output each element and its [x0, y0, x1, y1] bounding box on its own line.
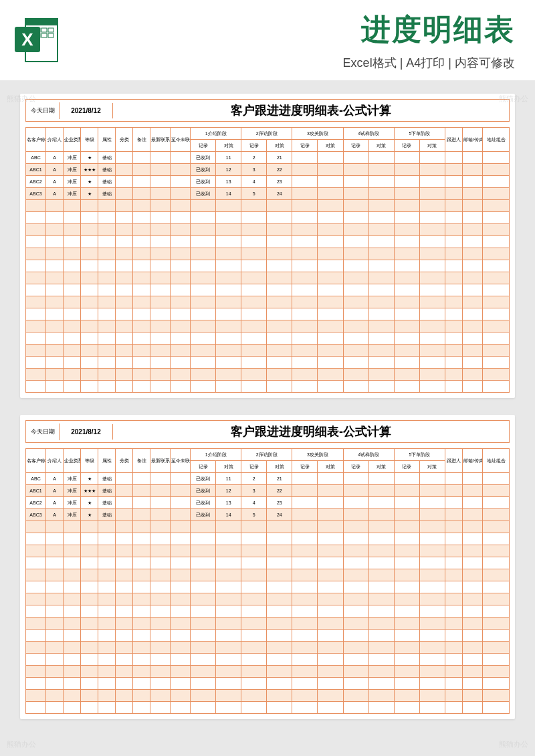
col-record: 记录	[191, 461, 216, 473]
table-row-empty	[26, 296, 510, 308]
progress-table: 名客户称介绍人企业类型等级属性分类备注最新联系日期至今未联系天数1介绍阶段2拜访…	[25, 127, 510, 393]
table-row-empty	[26, 345, 510, 357]
table-row: ABC1A冲压★★★基础已收到12322	[26, 164, 510, 176]
table-row-empty	[26, 666, 510, 678]
table-row-empty	[26, 630, 510, 642]
col-follower: 跟进人	[445, 449, 463, 473]
table-row-empty	[26, 260, 510, 272]
col-stage3: 3攻关阶段	[292, 128, 343, 140]
col-record: 记录	[292, 140, 318, 152]
table-row: ABCA冲压★基础已收到11221	[26, 473, 510, 485]
col-stage2: 2拜访阶段	[241, 128, 292, 140]
progress-table: 名客户称介绍人企业类型等级属性分类备注最新联系日期至今未联系天数1介绍阶段2拜访…	[25, 448, 510, 714]
svg-text:X: X	[21, 29, 33, 50]
col-remark: 备注	[133, 449, 150, 473]
col-contact: 邮箱/传真/QQ	[463, 128, 483, 152]
col-stage4: 4试样阶段	[343, 128, 394, 140]
col-measure: 对策	[368, 140, 394, 152]
table-row-empty	[26, 618, 510, 630]
watermark: 熊猫办公	[7, 739, 36, 749]
table-row-empty	[26, 690, 510, 702]
col-category: 分类	[116, 128, 133, 152]
spreadsheet-preview-2: 今天日期2021/8/12客户跟进进度明细表-公式计算名客户称介绍人企业类型等级…	[20, 415, 515, 719]
col-record: 记录	[394, 461, 419, 473]
col-stage3: 3攻关阶段	[292, 449, 343, 461]
table-row-empty	[26, 236, 510, 248]
col-client: 名客户称	[26, 449, 46, 473]
spreadsheet-preview-1: 今天日期2021/8/12客户跟进进度明细表-公式计算名客户称介绍人企业类型等级…	[20, 94, 515, 398]
table-row: ABCA冲压★基础已收到11221	[26, 152, 510, 164]
col-follower: 跟进人	[445, 128, 463, 152]
col-stage5: 5下单阶段	[394, 449, 445, 461]
table-row: ABC2A冲压★基础已收到13423	[26, 176, 510, 188]
table-row-empty	[26, 557, 510, 569]
table-row-empty	[26, 357, 510, 369]
col-record: 记录	[292, 461, 318, 473]
svg-rect-1	[25, 19, 58, 25]
col-lastcontact: 最新联系日期	[150, 449, 171, 473]
col-contact: 邮箱/传真/QQ	[463, 449, 483, 473]
col-introducer: 介绍人	[46, 449, 64, 473]
col-client: 名客户称	[26, 128, 46, 152]
content-area: 今天日期2021/8/12客户跟进进度明细表-公式计算名客户称介绍人企业类型等级…	[0, 80, 535, 733]
excel-icon: X	[13, 13, 60, 67]
table-row-empty	[26, 224, 510, 236]
table-row-empty	[26, 654, 510, 666]
table-row-empty	[26, 593, 510, 605]
col-level: 等级	[81, 128, 98, 152]
col-attr: 属性	[98, 449, 116, 473]
col-introducer: 介绍人	[46, 128, 64, 152]
table-row-empty	[26, 545, 510, 557]
col-stage2: 2拜访阶段	[241, 449, 292, 461]
table-row-empty	[26, 369, 510, 381]
table-row-empty	[26, 200, 510, 212]
table-row-empty	[26, 284, 510, 296]
col-address: 地址组合	[483, 128, 510, 152]
table-row-empty	[26, 320, 510, 333]
col-record: 记录	[394, 140, 419, 152]
table-row-empty	[26, 248, 510, 260]
table-row: ABC1A冲压★★★基础已收到12322	[26, 485, 510, 497]
table-row-empty	[26, 702, 510, 714]
col-stage1: 1介绍阶段	[191, 128, 241, 140]
col-type: 企业类型	[64, 449, 81, 473]
col-measure: 对策	[216, 461, 241, 473]
col-stage1: 1介绍阶段	[191, 449, 241, 461]
col-level: 等级	[81, 449, 98, 473]
col-measure: 对策	[267, 461, 292, 473]
col-record: 记录	[343, 461, 368, 473]
date-value: 2021/8/12	[60, 424, 113, 440]
col-stage4: 4试样阶段	[343, 449, 394, 461]
col-category: 分类	[116, 449, 133, 473]
table-row: ABC2A冲压★基础已收到13423	[26, 497, 510, 509]
col-measure: 对策	[318, 461, 343, 473]
table-row-empty	[26, 333, 510, 345]
col-record: 记录	[241, 140, 267, 152]
col-days: 至今未联系天数	[171, 128, 191, 152]
sheet-title: 客户跟进进度明细表-公式计算	[113, 100, 509, 121]
col-measure: 对策	[267, 140, 292, 152]
table-row-empty	[26, 678, 510, 690]
col-remark: 备注	[133, 128, 150, 152]
col-measure: 对策	[368, 461, 394, 473]
table-row-empty	[26, 212, 510, 224]
table-row: ABC3A冲压★基础已收到14524	[26, 188, 510, 200]
col-record: 记录	[343, 140, 368, 152]
col-measure: 对策	[419, 461, 445, 473]
col-days: 至今未联系天数	[171, 449, 191, 473]
col-measure: 对策	[318, 140, 343, 152]
sheet-title: 客户跟进进度明细表-公式计算	[113, 421, 509, 442]
table-row-empty	[26, 381, 510, 393]
col-measure: 对策	[419, 140, 445, 152]
table-row-empty	[26, 569, 510, 581]
table-row-empty	[26, 533, 510, 545]
page-header: X 进度明细表 Excel格式 | A4打印 | 内容可修改	[0, 0, 535, 80]
col-record: 记录	[241, 461, 267, 473]
table-row-empty	[26, 521, 510, 533]
col-lastcontact: 最新联系日期	[150, 128, 171, 152]
page-subtitle: Excel格式 | A4打印 | 内容可修改	[74, 55, 515, 71]
col-type: 企业类型	[64, 128, 81, 152]
col-record: 记录	[191, 140, 216, 152]
col-stage5: 5下单阶段	[394, 128, 445, 140]
table-row-empty	[26, 642, 510, 654]
